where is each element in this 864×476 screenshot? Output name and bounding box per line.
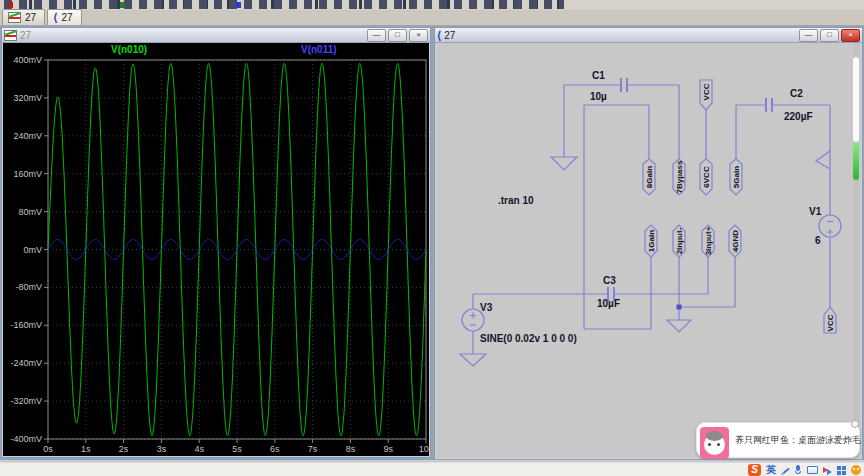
- svg-text:80mV: 80mV: [18, 207, 42, 217]
- schematic-icon: ⟨: [53, 13, 57, 22]
- schematic-svg[interactable]: C1 10µ VCC: [436, 43, 861, 458]
- svg-text:-240mV: -240mV: [10, 358, 42, 368]
- voltage-source-v3[interactable]: V3 SINE(0 0.02v 1 0 0 0): [462, 302, 577, 344]
- wire[interactable]: [736, 105, 830, 159]
- mdi-area: 27 — □ × V(n010) V(n011) 400mV320mV240mV…: [0, 26, 864, 459]
- waveform-window-title: 27: [20, 30, 364, 41]
- ground-icon[interactable]: [667, 320, 691, 332]
- popup-avatar[interactable]: [700, 427, 729, 459]
- minimize-button[interactable]: —: [799, 29, 818, 42]
- svg-text:1Gain: 1Gain: [647, 230, 656, 252]
- net-flag-pin7[interactable]: 7Bypass: [673, 159, 685, 195]
- net-flag-vcc-bottom[interactable]: VCC: [824, 307, 836, 333]
- svg-text:9s: 9s: [383, 444, 393, 454]
- system-tray[interactable]: S 英: [748, 464, 861, 476]
- desktop: 27 ⟨ 27 27 — □ × V(n010) V(n011) 400mV32…: [0, 0, 864, 476]
- chevron-right-icon[interactable]: ›: [848, 432, 852, 446]
- restore-button[interactable]: □: [388, 29, 407, 42]
- ground-icon[interactable]: [460, 354, 486, 366]
- language-indicator[interactable]: 英: [766, 464, 776, 476]
- capacitor-c1[interactable]: C1 10µ: [590, 70, 627, 102]
- voltage-source-v1[interactable]: V1 6: [809, 206, 841, 246]
- svg-text:0s: 0s: [43, 444, 53, 454]
- legend-trace-2[interactable]: V(n011): [301, 44, 337, 55]
- svg-text:6s: 6s: [270, 444, 280, 454]
- schematic-canvas[interactable]: C1 10µ VCC: [436, 43, 861, 458]
- svg-text:320mV: 320mV: [13, 93, 42, 103]
- legend-trace-1[interactable]: V(n010): [111, 44, 147, 55]
- pen-icon[interactable]: [781, 466, 790, 475]
- schematic-titlebar[interactable]: ⟨ 27 — □ ×: [435, 28, 862, 43]
- slim-scrollbar-green-thumb[interactable]: [853, 142, 859, 180]
- toolbar-clipped-icons[interactable]: [4, 0, 564, 9]
- net-flag-pin5[interactable]: 5Gain: [730, 159, 742, 195]
- svg-text:VCC: VCC: [826, 314, 835, 331]
- net-flag-pin1[interactable]: 1Gain: [645, 225, 657, 257]
- svg-text:240mV: 240mV: [13, 131, 42, 141]
- svg-text:-160mV: -160mV: [10, 320, 42, 330]
- spice-directive[interactable]: .tran 10: [498, 195, 534, 206]
- close-button[interactable]: ×: [841, 29, 860, 42]
- popup-close-icon[interactable]: [851, 420, 859, 428]
- net-flag-pin8[interactable]: 8Gain: [643, 159, 655, 195]
- svg-text:1s: 1s: [81, 444, 91, 454]
- waveform-window[interactable]: 27 — □ × V(n010) V(n011) 400mV320mV240mV…: [1, 27, 431, 458]
- taskbar[interactable]: S 英: [0, 462, 864, 476]
- tab-waveform[interactable]: 27: [2, 9, 45, 25]
- svg-text:4GND: 4GND: [731, 230, 740, 252]
- svg-text:7s: 7s: [308, 444, 318, 454]
- minimize-button[interactable]: —: [367, 29, 386, 42]
- popup-text[interactable]: 养只网红甲鱼：桌面游泳爱炸毛: [735, 434, 861, 447]
- close-button[interactable]: ×: [409, 29, 428, 42]
- net-flag-pin4[interactable]: 4GND: [729, 225, 741, 257]
- svg-text:3s: 3s: [157, 444, 167, 454]
- toolbar-icon[interactable]: [236, 2, 241, 8]
- tab-schematic[interactable]: ⟨ 27: [47, 9, 81, 25]
- svg-text:-320mV: -320mV: [10, 396, 42, 406]
- notification-popup[interactable]: 养只网红甲鱼：桌面游泳爱炸毛 ›: [696, 420, 862, 457]
- seal-cartoon-icon: [704, 434, 725, 455]
- svg-text:3Input+: 3Input+: [704, 226, 713, 255]
- ground-icon[interactable]: [551, 157, 577, 170]
- svg-text:5s: 5s: [232, 444, 242, 454]
- svg-text:2s: 2s: [119, 444, 129, 454]
- svg-text:VCC: VCC: [702, 83, 711, 100]
- darts-icon[interactable]: [823, 466, 832, 475]
- plot-svg[interactable]: 400mV320mV240mV160mV80mV0mV-80mV-160mV-2…: [3, 43, 429, 456]
- wire[interactable]: [584, 105, 651, 329]
- svg-text:2Input-: 2Input-: [675, 227, 684, 254]
- svg-text:0mV: 0mV: [23, 245, 42, 255]
- svg-text:4s: 4s: [194, 444, 204, 454]
- grid-icon[interactable]: [837, 466, 846, 475]
- capacitor-c3[interactable]: C3 10µF: [597, 275, 620, 309]
- toolbar-icon[interactable]: [8, 2, 13, 8]
- svg-text:10µ: 10µ: [590, 91, 607, 102]
- schematic-window[interactable]: ⟨ 27 — □ × C1 10µ: [434, 27, 863, 460]
- waveform-titlebar[interactable]: 27 — □ ×: [2, 28, 430, 43]
- svg-text:7Bypass: 7Bypass: [675, 160, 684, 193]
- slim-scrollbar-thumb[interactable]: [853, 57, 859, 142]
- junction-dot: [677, 305, 682, 310]
- restore-button[interactable]: □: [820, 29, 839, 42]
- emoji-icon[interactable]: [851, 465, 861, 475]
- microphone-icon[interactable]: [795, 465, 802, 475]
- tab-schematic-label: 27: [61, 12, 72, 23]
- svg-text:8s: 8s: [346, 444, 356, 454]
- toolbar-icon[interactable]: [120, 2, 125, 8]
- net-flag-pin3[interactable]: 3Input+: [702, 225, 714, 257]
- svg-text:-400mV: -400mV: [10, 434, 42, 444]
- wire[interactable]: [679, 257, 735, 320]
- svg-text:V1: V1: [809, 206, 822, 217]
- sogou-input-icon[interactable]: S: [748, 464, 761, 476]
- net-flag-pin6[interactable]: 6VCC: [700, 159, 712, 195]
- net-flag-pin2[interactable]: 2Input-: [673, 225, 685, 257]
- svg-text:8Gain: 8Gain: [645, 166, 654, 188]
- popup-bubble[interactable]: 养只网红甲鱼：桌面游泳爱炸毛 ›: [696, 422, 860, 458]
- keyboard-icon[interactable]: [807, 466, 818, 474]
- net-flag-vcc-top[interactable]: VCC: [700, 80, 712, 110]
- waveform-plot-area[interactable]: V(n010) V(n011) 400mV320mV240mV160mV80mV…: [3, 43, 429, 456]
- arrow-flag-icon[interactable]: [816, 151, 830, 169]
- schematic-window-title: 27: [444, 30, 796, 41]
- svg-text:5Gain: 5Gain: [732, 166, 741, 188]
- tab-waveform-label: 27: [25, 12, 36, 23]
